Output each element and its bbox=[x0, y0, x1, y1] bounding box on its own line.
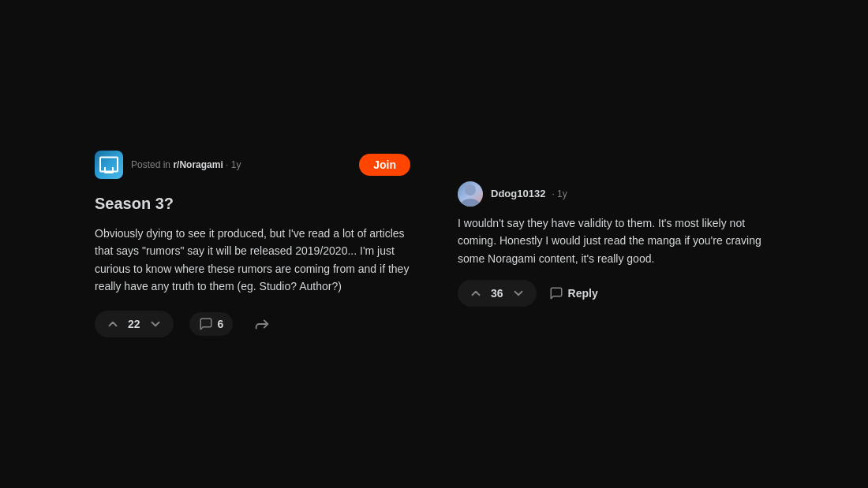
comment-upvote-button[interactable] bbox=[467, 285, 485, 302]
commenter-name: Ddog10132 bbox=[491, 188, 545, 199]
share-icon bbox=[253, 315, 271, 333]
comment-upvote-icon bbox=[469, 286, 483, 300]
comment-actions: 36 Reply bbox=[458, 280, 773, 307]
reply-icon bbox=[549, 286, 563, 300]
comment-downvote-button[interactable] bbox=[510, 285, 527, 302]
post-panel: Posted in r/Noragami · 1y Join Season 3?… bbox=[95, 151, 410, 338]
post-share-button[interactable] bbox=[249, 311, 275, 337]
join-button[interactable]: Join bbox=[359, 154, 410, 176]
post-vote-count: 22 bbox=[128, 318, 140, 330]
commenter-info: Ddog10132 · 1y bbox=[491, 188, 567, 199]
comment-body: I wouldn't say they have validity to the… bbox=[458, 214, 773, 267]
post-comment-group[interactable]: 6 bbox=[189, 312, 234, 336]
reply-button[interactable]: Reply bbox=[549, 283, 598, 304]
post-downvote-button[interactable] bbox=[147, 315, 164, 333]
comment-panel: Ddog10132 · 1y I wouldn't say they have … bbox=[458, 181, 773, 307]
post-meta: Posted in r/Noragami · 1y bbox=[131, 159, 241, 170]
subreddit-icon bbox=[95, 151, 123, 179]
comment-time: · 1y bbox=[552, 188, 567, 199]
comment-vote-group: 36 bbox=[458, 280, 537, 307]
comment-vote-count: 36 bbox=[491, 287, 503, 300]
subreddit-name: r/Noragami bbox=[173, 159, 223, 170]
comment-downvote-icon bbox=[511, 286, 526, 300]
post-body: Obviously dying to see it produced, but … bbox=[95, 225, 410, 296]
posted-in-label: Posted in r/Noragami · 1y bbox=[131, 159, 241, 170]
post-comment-count: 6 bbox=[218, 318, 224, 330]
post-vote-group: 22 bbox=[95, 311, 174, 337]
comment-header: Ddog10132 · 1y bbox=[458, 181, 773, 207]
post-actions: 22 6 bbox=[95, 311, 410, 337]
post-header: Posted in r/Noragami · 1y Join bbox=[95, 151, 410, 179]
commenter-avatar bbox=[458, 181, 483, 207]
upvote-icon bbox=[106, 317, 120, 331]
downvote-icon bbox=[148, 317, 163, 331]
comment-icon bbox=[199, 317, 213, 331]
post-title: Season 3? bbox=[95, 193, 410, 214]
post-upvote-button[interactable] bbox=[104, 315, 122, 333]
